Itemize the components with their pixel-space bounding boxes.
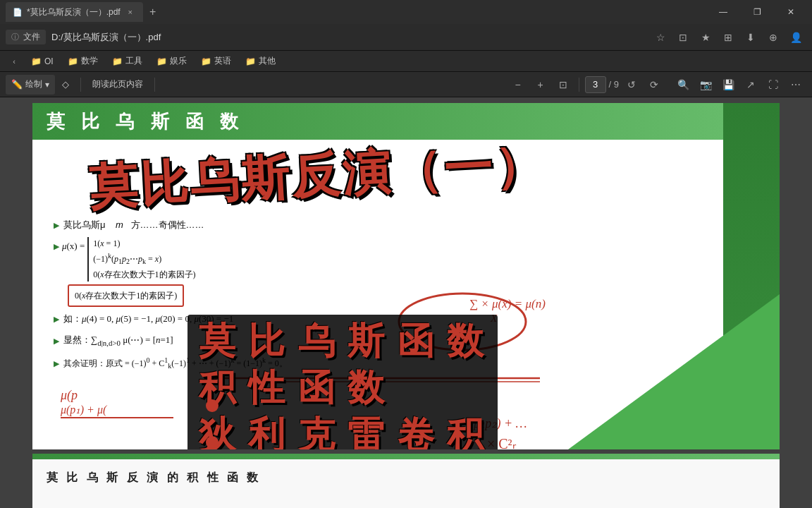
collect-button[interactable]: ⊞: [718, 27, 739, 48]
zoom-out-button[interactable]: −: [508, 75, 528, 95]
address-actions: ☆ ⊡ ★ ⊞ ⬇ ⊕ 👤: [650, 27, 806, 48]
bookmark-oi[interactable]: 📁 OI: [25, 55, 59, 68]
file-text: 文件: [23, 31, 40, 43]
pdf-content-area: 莫 比 乌 斯 函 数 莫比乌斯反演（一） 莫 比 乌 斯 函 数 积 性 函 …: [0, 97, 812, 508]
draw-button[interactable]: ✏️ 绘制 ▾: [6, 75, 55, 95]
bullet-1: ▶ 莫比乌斯μ m 方……奇偶性……: [54, 216, 288, 234]
formula-case-2: (−1)k(p1p2⋯pk = x): [93, 250, 195, 267]
bookmark-english[interactable]: 📁 英语: [195, 54, 237, 68]
formula-row: ▶ μ(x) = 1(x = 1) (−1)k(p1p2⋯pk = x) 0(x…: [54, 237, 288, 282]
close-button[interactable]: ✕: [775, 0, 806, 24]
address-bar: ⓘ 文件 D:/莫比乌斯反演（一）.pdf ☆ ⊡ ★ ⊞ ⬇ ⊕ 👤: [0, 24, 812, 51]
eraser-button[interactable]: ◇: [56, 75, 75, 95]
bookmark-oi-label: OI: [44, 56, 54, 66]
bookmarks-bar: ‹ 📁 OI 📁 数学 📁 工具 📁 娱乐 📁 英语 📁 其他: [0, 51, 812, 72]
bookmark-math-label: 数学: [81, 55, 98, 67]
minimize-button[interactable]: —: [708, 0, 739, 24]
folder-icon-oi: 📁: [31, 56, 42, 66]
read-button[interactable]: 朗读此页内容: [87, 75, 149, 95]
fullscreen-button[interactable]: ⛶: [763, 75, 784, 95]
maximize-button[interactable]: ❐: [742, 0, 773, 24]
fav-button[interactable]: ★: [695, 27, 716, 48]
folder-icon-math: 📁: [68, 56, 78, 66]
separator-1: [80, 78, 81, 92]
page2-title-text: 莫 比 乌 斯 反 演 的 积 性 函 数: [47, 471, 261, 483]
bookmark-tools-label: 工具: [125, 55, 142, 67]
split-button[interactable]: ⊡: [672, 27, 694, 48]
read-label: 朗读此页内容: [92, 78, 143, 90]
separator-3: [579, 78, 579, 92]
rotate-left-button[interactable]: ↺: [622, 75, 641, 95]
save-button[interactable]: 💾: [718, 75, 739, 95]
tab-area: 📄 *莫比乌斯反演（一）.pdf × +: [6, 0, 705, 24]
ext-button[interactable]: ⊕: [763, 27, 784, 48]
pdf-icon: 📄: [13, 8, 23, 17]
more-button[interactable]: ⋯: [785, 75, 806, 95]
bookmark-eng-label: 英语: [214, 55, 231, 67]
separator-2: [154, 78, 155, 92]
user-button[interactable]: 👤: [785, 27, 806, 48]
bullet-dot-2: [206, 436, 219, 449]
pencil-icon: ✏️: [11, 79, 23, 90]
tab-title: *莫比乌斯反演（一）.pdf: [27, 6, 121, 18]
new-tab-button[interactable]: +: [143, 2, 163, 22]
draw-dropdown-icon: ▾: [45, 80, 49, 90]
star-button[interactable]: ☆: [650, 27, 671, 48]
bullet-1-text: 莫比乌斯μ m 方……奇偶性……: [63, 216, 204, 234]
page-navigation: − + ⊡ 3 / 9 ↺ ⟳: [508, 75, 664, 95]
snapshot-button[interactable]: 📷: [695, 75, 716, 95]
page-input[interactable]: 3: [585, 76, 606, 93]
pdf-page-2: 莫 比 乌 斯 反 演 的 积 性 函 数: [32, 454, 780, 508]
rotate-right-button[interactable]: ⟳: [644, 75, 664, 95]
fit-page-button[interactable]: ⊡: [553, 75, 573, 95]
overlay-panel-main: 莫 比 乌 斯 函 数 积 性 函 数 狄 利 克 雷 卷 积 莫 比 乌 斯 …: [187, 315, 498, 449]
bullet-arrow-4: ▶: [54, 333, 59, 349]
bookmark-tools[interactable]: 📁 工具: [106, 54, 148, 68]
file-label: ⓘ 文件: [6, 30, 46, 44]
toolbar: ✏️ 绘制 ▾ ◇ 朗读此页内容 − + ⊡ 3 / 9 ↺ ⟳ 🔍 📷 💾 ↗…: [0, 72, 812, 97]
share-button[interactable]: ↗: [740, 75, 761, 95]
folder-icon-tools: 📁: [112, 56, 123, 66]
eraser-icon: ◇: [62, 79, 69, 90]
slide-header-title: 莫 比 乌 斯 函 数: [47, 109, 244, 134]
zoom-in-button[interactable]: +: [531, 75, 550, 95]
pdf-page-1: 莫 比 乌 斯 函 数 莫比乌斯反演（一） 莫 比 乌 斯 函 数 积 性 函 …: [32, 103, 780, 449]
folder-icon-ent: 📁: [156, 56, 167, 66]
slide-green-triangle: [568, 294, 780, 449]
draw-label: 绘制: [25, 78, 42, 90]
download-button[interactable]: ⬇: [740, 27, 761, 48]
folder-icon-other: 📁: [245, 56, 256, 66]
right-tools: 🔍 📷 💾 ↗ ⛶ ⋯: [672, 75, 806, 95]
bookmark-other[interactable]: 📁 其他: [240, 54, 281, 68]
folder-icon-eng: 📁: [201, 56, 211, 66]
search-button[interactable]: 🔍: [672, 75, 694, 95]
page2-title: 莫 比 乌 斯 反 演 的 积 性 函 数: [32, 464, 780, 492]
obvious-text: 显然：∑d|n,d>0 μ(⋯) = [n=1]: [63, 331, 173, 351]
bookmark-other-label: 其他: [259, 55, 276, 67]
bullet-arrow-1: ▶: [54, 217, 59, 233]
formula-case-1: 1(x = 1): [93, 237, 195, 250]
overlay-line-3: 狄 利 克 雷 卷 积: [187, 411, 498, 449]
active-tab[interactable]: 📄 *莫比乌斯反演（一）.pdf ×: [6, 2, 143, 22]
bookmark-nav: ‹: [6, 53, 23, 70]
bookmark-expand[interactable]: ‹: [6, 53, 23, 70]
bookmark-math[interactable]: 📁 数学: [62, 54, 104, 68]
bullet-dot-1: [206, 399, 219, 412]
overlay-line-1: 莫 比 乌 斯 函 数: [187, 318, 498, 364]
formula-cases: 1(x = 1) (−1)k(p1p2⋯pk = x) 0(x存在次数大于1的素…: [87, 237, 195, 282]
bookmark-entertainment[interactable]: 📁 娱乐: [151, 54, 192, 68]
info-icon: ⓘ: [11, 32, 19, 42]
title-bar: 📄 *莫比乌斯反演（一）.pdf × + — ❐ ✕: [0, 0, 812, 24]
slide-header: 莫 比 乌 斯 函 数: [32, 103, 723, 140]
formula-case-3: 0(x存在次数大于1的素因子): [93, 268, 195, 282]
overlay-line-2: 积 性 函 数: [187, 364, 498, 411]
page-total: / 9: [609, 79, 619, 90]
window-controls: — ❐ ✕: [708, 0, 806, 24]
bullet-arrow-2: ▶: [54, 238, 59, 254]
mu-equals: μ(x) =: [62, 237, 85, 255]
draw-group: ✏️ 绘制 ▾ ◇: [6, 75, 75, 95]
bullet-arrow-3: ▶: [54, 311, 59, 327]
tab-close-button[interactable]: ×: [125, 6, 136, 18]
bookmark-ent-label: 娱乐: [170, 55, 187, 67]
address-path[interactable]: D:/莫比乌斯反演（一）.pdf: [51, 31, 644, 44]
